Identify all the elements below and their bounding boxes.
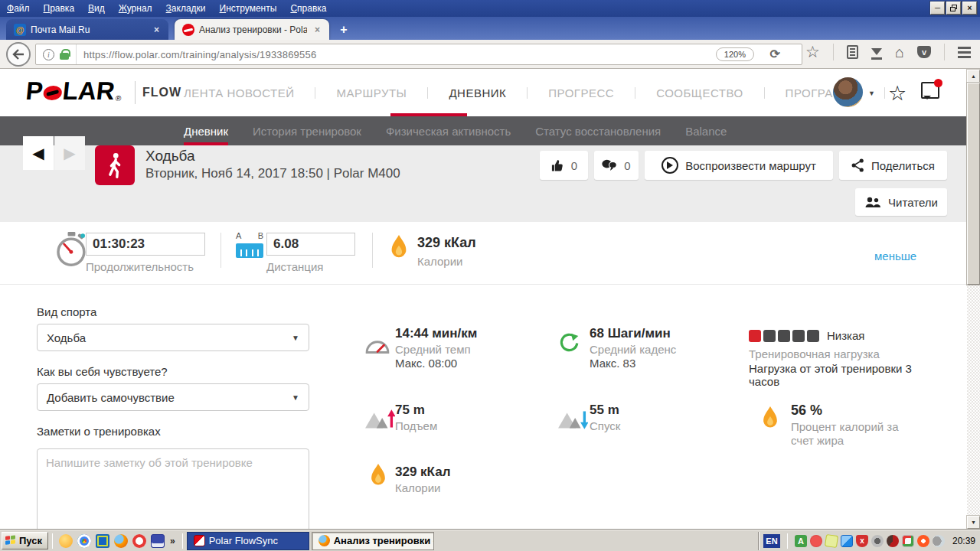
- comments-button[interactable]: 0: [594, 151, 639, 180]
- training-datetime: Вторник, Нояб 14, 2017 18:50 | Polar M40…: [145, 166, 400, 181]
- quicklaunch-home-icon[interactable]: [96, 534, 109, 548]
- quicklaunch-opera-icon[interactable]: [132, 534, 146, 548]
- replay-route-button[interactable]: Воспроизвести маршрут: [645, 151, 833, 180]
- subnav-balance[interactable]: Balance: [685, 116, 727, 145]
- hamburger-menu-icon[interactable]: [958, 47, 971, 58]
- calories-label: Калории: [417, 255, 462, 268]
- tray-network-icon[interactable]: [841, 535, 853, 547]
- next-training-button[interactable]: ▶: [54, 136, 85, 170]
- bookmark-star-icon[interactable]: ☆: [805, 44, 820, 60]
- tab-strip: @ Почта Mail.Ru × Анализ тренировки - Po…: [0, 17, 980, 40]
- scroll-down-button[interactable]: ▼: [967, 516, 980, 529]
- nav-news-feed[interactable]: ЛЕНТА НОВОСТЕЙ: [184, 86, 315, 99]
- close-button[interactable]: ×: [962, 2, 977, 15]
- task-polar-flowsync[interactable]: Polar FlowSync: [187, 532, 309, 550]
- page-scrollbar[interactable]: ▲ ▼: [967, 69, 980, 530]
- quicklaunch-firefox-icon[interactable]: [114, 534, 128, 548]
- restore-button[interactable]: [946, 2, 961, 15]
- avatar[interactable]: [833, 77, 863, 107]
- training-load-description: Нагрузка от этой тренировки 3 часов: [749, 362, 913, 388]
- nav-progress[interactable]: ПРОГРЕСС: [528, 86, 635, 99]
- tab-close-icon[interactable]: ×: [313, 24, 322, 35]
- notifications-icon[interactable]: [921, 82, 939, 99]
- notes-label: Заметки о тренировках: [37, 425, 161, 438]
- library-icon[interactable]: [847, 45, 858, 59]
- like-button[interactable]: 0: [540, 151, 588, 180]
- feeling-select[interactable]: Добавить самочувствие ▼: [37, 383, 309, 411]
- quicklaunch-overflow-chevron[interactable]: »: [170, 536, 175, 546]
- reload-icon[interactable]: ⟳: [770, 47, 780, 61]
- prev-training-button[interactable]: ◀: [23, 136, 54, 170]
- distance-input[interactable]: [266, 233, 355, 256]
- url-text[interactable]: https://flow.polar.com/training/analysis…: [77, 49, 316, 60]
- feeling-label: Как вы себя чувствуете?: [37, 365, 168, 378]
- tray-volume-icon[interactable]: [933, 535, 945, 547]
- quicklaunch-save-icon[interactable]: [151, 534, 165, 548]
- tray-mail-icon[interactable]: [902, 535, 914, 547]
- polar-logo[interactable]: P LAR ®: [24, 78, 123, 104]
- home-icon[interactable]: ⌂: [895, 44, 904, 60]
- tray-shield-icon[interactable]: x: [856, 535, 868, 547]
- tray-avg-icon[interactable]: [917, 535, 929, 547]
- scroll-up-button[interactable]: ▲: [967, 70, 980, 83]
- lock-icon[interactable]: [60, 53, 69, 60]
- subnav-diary[interactable]: Дневник: [184, 116, 228, 145]
- subnav-training-history[interactable]: История тренировок: [253, 116, 361, 145]
- subnav-physical-activity[interactable]: Физическая активность: [386, 116, 511, 145]
- share-button[interactable]: Поделиться: [839, 151, 947, 180]
- url-bar[interactable]: i https://flow.polar.com/training/analys…: [35, 44, 802, 65]
- favorites-star-icon[interactable]: ☆: [888, 81, 906, 106]
- downloads-icon[interactable]: [871, 48, 882, 60]
- diary-subnav: Дневник История тренировок Физическая ак…: [0, 116, 967, 145]
- avatar-caret-icon[interactable]: ▼: [868, 90, 875, 97]
- nav-community[interactable]: СООБЩЕСТВО: [635, 86, 763, 99]
- menu-history[interactable]: Журнал: [112, 1, 159, 16]
- stopwatch-icon: [55, 231, 89, 268]
- tray-agent-icon[interactable]: [810, 535, 822, 547]
- task-firefox-analysis[interactable]: Анализ тренировки - ...: [312, 532, 434, 550]
- tray-aimp-icon[interactable]: A: [795, 535, 807, 547]
- scrollbar-thumb[interactable]: [967, 83, 980, 285]
- show-less-link[interactable]: меньше: [874, 249, 916, 262]
- calories2-label: Калории: [395, 481, 440, 494]
- start-button[interactable]: Пуск: [2, 532, 48, 549]
- menu-edit[interactable]: Правка: [37, 1, 82, 16]
- quicklaunch-chrome-icon[interactable]: [77, 534, 91, 548]
- tab-title: Анализ тренировки - Polar F...: [199, 24, 307, 35]
- mailru-favicon: @: [14, 24, 26, 36]
- tab-close-icon[interactable]: ×: [152, 24, 161, 35]
- duration-input[interactable]: [86, 233, 205, 256]
- zoom-level-button[interactable]: 120%: [716, 47, 754, 61]
- polar-navbar: P LAR ® FLOW ЛЕНТА НОВОСТЕЙ МАРШРУТЫ ДНЕ…: [0, 69, 967, 116]
- menu-tools[interactable]: Инструменты: [213, 1, 284, 16]
- toolbar-separator: [944, 44, 945, 60]
- tray-webcam-icon[interactable]: [871, 535, 884, 547]
- new-tab-button[interactable]: +: [334, 21, 354, 39]
- nav-programs[interactable]: ПРОГРАММЫ: [765, 86, 884, 99]
- windows-logo-icon: [5, 535, 16, 546]
- pocket-icon[interactable]: v: [917, 46, 931, 58]
- site-identity[interactable]: i: [36, 44, 77, 64]
- descent-icon: [557, 409, 588, 430]
- nav-routes[interactable]: МАРШРУТЫ: [315, 86, 427, 99]
- readers-button[interactable]: Читатели: [855, 188, 947, 216]
- sport-type-select[interactable]: Ходьба ▼: [37, 324, 309, 351]
- flow-label: FLOW: [142, 86, 181, 99]
- menu-help[interactable]: Справка: [283, 1, 333, 16]
- notes-textarea[interactable]: [37, 448, 309, 530]
- language-indicator[interactable]: EN: [763, 534, 780, 548]
- tab-polar-analysis[interactable]: Анализ тренировки - Polar F... ×: [175, 19, 329, 40]
- fat-burn-value: 56 %: [791, 403, 822, 419]
- tab-mail-ru[interactable]: @ Почта Mail.Ru ×: [6, 19, 168, 40]
- menu-view[interactable]: Вид: [81, 1, 112, 16]
- tray-download-master-icon[interactable]: [887, 535, 899, 547]
- back-button[interactable]: [6, 42, 31, 67]
- minimize-button[interactable]: ─: [930, 2, 945, 15]
- tray-notes-icon[interactable]: [825, 533, 838, 547]
- menu-bookmarks[interactable]: Закладки: [159, 1, 213, 16]
- subnav-recovery-status[interactable]: Статус восстановления: [535, 116, 661, 145]
- info-icon[interactable]: i: [43, 49, 54, 60]
- menu-file[interactable]: Файл: [0, 1, 37, 16]
- nav-diary[interactable]: ДНЕВНИК: [428, 86, 527, 99]
- quicklaunch-daemon-icon[interactable]: [59, 534, 73, 548]
